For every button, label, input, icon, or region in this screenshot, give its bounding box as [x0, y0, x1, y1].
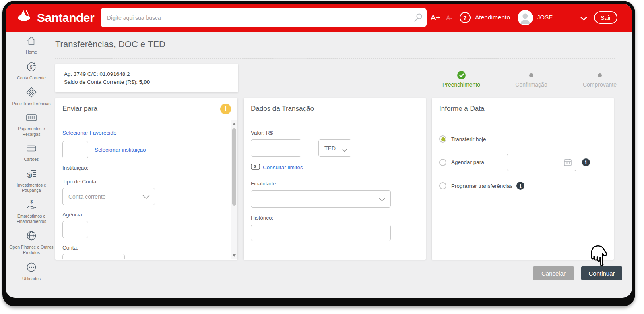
account-balance: Saldo de Conta Corrente (R$): 5,00	[64, 78, 238, 86]
select-favored-link[interactable]: Selecionar Favorecido	[62, 130, 116, 136]
continue-button[interactable]: Continuar	[581, 266, 622, 280]
transaction-title: Dados da Transação	[251, 105, 314, 113]
account-input[interactable]	[62, 254, 125, 259]
globe-icon	[26, 230, 37, 243]
limits-money-icon: $	[251, 164, 260, 171]
sidebar-item-investimentos[interactable]: $ Investimentos e Poupança	[9, 168, 54, 193]
amount-label: Valor: R$	[251, 130, 419, 136]
send-to-title: Enviar para	[62, 105, 97, 113]
device-frame: Santander A+ A- ? Atendimento JOSE Sair	[2, 1, 635, 306]
step-dot-confirmacao	[529, 73, 533, 77]
svg-text:$: $	[30, 65, 33, 69]
stepper-line-1	[469, 75, 528, 75]
info-icon[interactable]: i	[582, 158, 590, 166]
agency-input[interactable]	[62, 221, 88, 238]
brand-wordmark: Santander	[37, 11, 94, 25]
help-link[interactable]: Atendimento	[475, 14, 510, 21]
card-icon	[25, 143, 37, 155]
select-institution-link[interactable]: Selecionar instituição	[95, 147, 146, 153]
radio-schedule[interactable]	[439, 159, 446, 166]
account-icon: $	[26, 61, 37, 74]
radio-transfer-today[interactable]	[439, 135, 446, 143]
step-check-icon	[457, 71, 466, 79]
transaction-panel-header: Dados da Transação	[244, 98, 426, 120]
chevron-down-icon	[142, 194, 150, 200]
font-decrease-button[interactable]: A-	[446, 15, 452, 22]
sidebar-item-home[interactable]: Home	[9, 35, 54, 55]
help-question-icon[interactable]: ?	[460, 12, 471, 23]
flame-icon	[17, 10, 33, 26]
send-to-panel: Enviar para ! Selecionar Favorecido Sele…	[55, 98, 237, 260]
svg-text:$: $	[254, 164, 256, 169]
history-label: Histórico:	[251, 215, 419, 221]
barcode-icon	[25, 112, 37, 125]
date-panel: Informe a Data Transferir hoje Agendar p…	[432, 98, 614, 260]
user-name: JOSE	[537, 14, 553, 21]
font-increase-button[interactable]: A+	[431, 13, 440, 22]
sidebar-item-pagamentos[interactable]: Pagamentos e Recargas	[9, 112, 54, 137]
account-summary-card: Ag. 3749 C/C: 01.091648.2 Saldo de Conta…	[55, 64, 238, 92]
chevron-down-icon[interactable]	[580, 15, 587, 23]
date-panel-body: Transferir hoje Agendar para i	[432, 120, 614, 259]
title-separator	[55, 58, 615, 59]
chevron-down-icon	[378, 196, 386, 203]
sidebar-navigation: Home $ Conta Corrente Pix e Transferênci…	[6, 35, 57, 287]
date-panel-header: Informe a Data	[432, 98, 614, 120]
investments-icon: $	[25, 168, 37, 181]
home-icon	[26, 35, 37, 48]
step-label-preenchimento: Preenchimento	[431, 81, 491, 88]
sidebar-item-open-finance[interactable]: Open Finance e Outros Produtos	[9, 230, 54, 255]
sidebar-item-conta-corrente[interactable]: $ Conta Corrente	[9, 61, 54, 81]
step-label-comprovante: Comprovante	[570, 81, 630, 88]
svg-text:$: $	[31, 200, 33, 204]
history-input[interactable]	[251, 225, 391, 241]
app-screen: Santander A+ A- ? Atendimento JOSE Sair	[6, 4, 632, 298]
sidebar-item-pix[interactable]: Pix e Transferências	[9, 87, 54, 106]
scrollbar-thumb[interactable]	[232, 128, 236, 206]
radio-program-transfers[interactable]	[439, 182, 446, 189]
consult-limits-link[interactable]: Consultar limites	[263, 164, 303, 171]
scroll-down-arrow[interactable]	[233, 254, 236, 257]
chevron-down-icon	[342, 147, 347, 153]
pix-icon	[26, 87, 37, 100]
calendar-icon[interactable]	[564, 158, 572, 168]
info-icon[interactable]: i	[130, 259, 138, 260]
schedule-date-input[interactable]	[507, 154, 576, 171]
vertical-scrollbar[interactable]	[231, 120, 237, 259]
balance-value: 5,00	[139, 79, 150, 85]
send-to-panel-header: Enviar para !	[55, 98, 237, 120]
institution-label: Instituição:	[62, 165, 224, 171]
top-navigation-bar: Santander A+ A- ? Atendimento JOSE Sair	[6, 4, 632, 32]
stepper-line-2	[535, 75, 596, 75]
sidebar-item-emprestimos[interactable]: $ Empréstimos e Financiamentos	[9, 199, 54, 224]
purpose-label: Finalidade:	[251, 181, 419, 187]
step-label-confirmacao: Confirmação	[501, 81, 561, 88]
radio-program-transfers-label: Programar transferências	[451, 183, 512, 189]
sidebar-item-cartoes[interactable]: Cartões	[9, 143, 54, 162]
transaction-panel-body: Valor: R$ TED $ Consultar limites	[244, 120, 426, 259]
institution-code-input[interactable]	[62, 141, 88, 158]
account-type-label: Tipo de Conta:	[62, 179, 224, 185]
scroll-up-arrow[interactable]	[233, 123, 236, 125]
transaction-panel: Dados da Transação Valor: R$ TED $	[244, 98, 426, 260]
warning-icon: !	[220, 104, 231, 114]
svg-text:$: $	[28, 173, 31, 177]
agency-label: Agência:	[62, 212, 224, 218]
utilities-icon	[26, 262, 37, 274]
sidebar-item-utilidades[interactable]: Utilidades	[9, 262, 54, 281]
search-input[interactable]	[101, 8, 427, 27]
user-avatar[interactable]	[518, 10, 533, 25]
search-icon[interactable]	[413, 12, 423, 25]
amount-input[interactable]	[251, 139, 301, 157]
santander-logo[interactable]: Santander	[17, 10, 94, 26]
loan-icon: $	[25, 199, 37, 212]
step-dot-comprovante	[598, 73, 602, 77]
radio-transfer-today-label: Transferir hoje	[451, 136, 486, 142]
account-type-select[interactable]: Conta corrente	[62, 188, 155, 205]
purpose-select[interactable]	[251, 190, 391, 208]
info-icon[interactable]: i	[516, 182, 524, 190]
logout-button[interactable]: Sair	[594, 11, 617, 24]
cancel-button[interactable]: Cancelar	[533, 266, 574, 280]
progress-stepper: Preenchimento Confirmação Comprovante	[424, 71, 617, 92]
transfer-type-select[interactable]: TED	[318, 139, 351, 157]
